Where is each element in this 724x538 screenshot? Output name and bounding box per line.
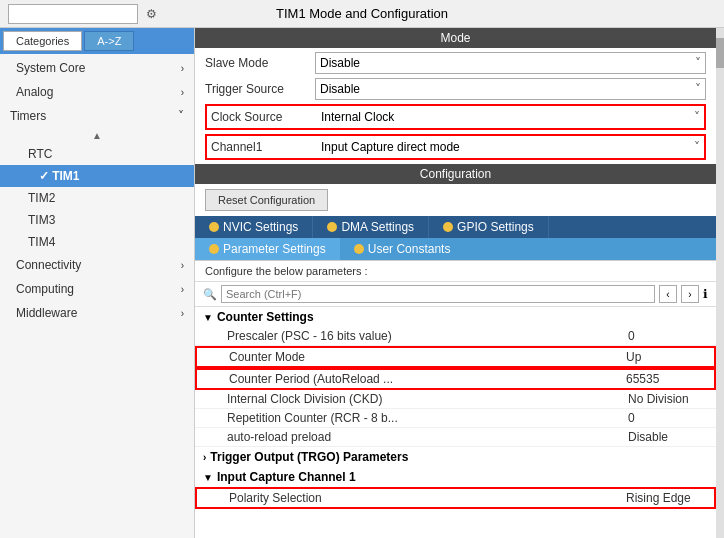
dot-icon — [209, 222, 219, 232]
trigger-output-header[interactable]: › Trigger Output (TRGO) Parameters — [195, 447, 716, 467]
sidebar-sub-item-tim1[interactable]: ✓ TIM1 — [0, 165, 194, 187]
clock-source-label: Clock Source — [207, 108, 317, 126]
mode-form-area: Slave Mode Disable ˅ Trigger Source Disa… — [195, 48, 716, 164]
expand-icon: › — [203, 452, 206, 463]
sidebar-item-connectivity[interactable]: Connectivity › — [0, 253, 194, 277]
chevron-right-icon: › — [181, 87, 184, 98]
sidebar-item-middleware[interactable]: Middleware › — [0, 301, 194, 325]
sidebar: Categories A->Z System Core › Analog › T… — [0, 28, 195, 538]
tab-user-constants[interactable]: User Constants — [340, 238, 465, 260]
channel1-row: Channel1 Input Capture direct mode ˅ — [205, 134, 706, 160]
collapse-icon: ▼ — [203, 312, 213, 323]
tabs-bar-1: NVIC Settings DMA Settings GPIO Settings — [195, 216, 716, 238]
sidebar-tabs: Categories A->Z — [0, 28, 194, 54]
input-capture-header[interactable]: ▼ Input Capture Channel 1 — [195, 467, 716, 487]
sidebar-item-computing[interactable]: Computing › — [0, 277, 194, 301]
polarity-selection-row: Polarity Selection Rising Edge — [195, 487, 716, 509]
table-row: Internal Clock Division (CKD) No Divisio… — [195, 390, 716, 409]
dot-icon — [209, 244, 219, 254]
top-bar: ⚙ TIM1 Mode and Configuration — [0, 0, 724, 28]
prev-result-button[interactable]: ‹ — [659, 285, 677, 303]
chevron-right-icon: › — [181, 260, 184, 271]
collapse-icon: ▼ — [203, 472, 213, 483]
chevron-down-icon: ˅ — [178, 109, 184, 123]
dropdown-arrow-icon: ˅ — [695, 82, 701, 96]
params-search-bar: 🔍 ‹ › ℹ — [195, 282, 716, 307]
search-icon: 🔍 — [203, 288, 217, 301]
scroll-up-btn[interactable]: ▲ — [0, 128, 194, 143]
dot-icon — [443, 222, 453, 232]
chevron-right-icon: › — [181, 284, 184, 295]
clock-source-row: Clock Source Internal Clock ˅ — [205, 104, 706, 130]
input-capture-group: ▼ Input Capture Channel 1 Polarity Selec… — [195, 467, 716, 509]
counter-period-row: Counter Period (AutoReload ... 65535 — [195, 368, 716, 390]
sidebar-item-timers[interactable]: Timers ˅ — [0, 104, 194, 128]
dot-icon — [327, 222, 337, 232]
counter-settings-group: ▼ Counter Settings Prescaler (PSC - 16 b… — [195, 307, 716, 447]
gear-icon[interactable]: ⚙ — [142, 5, 160, 23]
trigger-source-select[interactable]: Disable ˅ — [315, 78, 706, 100]
dropdown-arrow-icon: ˅ — [694, 140, 700, 154]
sidebar-sub-item-tim4[interactable]: TIM4 — [0, 231, 194, 253]
sidebar-item-analog[interactable]: Analog › — [0, 80, 194, 104]
chevron-right-icon: › — [181, 63, 184, 74]
table-row: auto-reload preload Disable — [195, 428, 716, 447]
tab-gpio-settings[interactable]: GPIO Settings — [429, 216, 549, 238]
clock-source-select[interactable]: Internal Clock ˅ — [317, 106, 704, 128]
sidebar-sub-item-tim2[interactable]: TIM2 — [0, 187, 194, 209]
search-input[interactable] — [8, 4, 138, 24]
chevron-right-icon: › — [181, 308, 184, 319]
dropdown-arrow-icon: ˅ — [695, 56, 701, 70]
counter-settings-header[interactable]: ▼ Counter Settings — [195, 307, 716, 327]
slave-mode-row: Slave Mode Disable ˅ — [205, 52, 706, 74]
config-section-header: Configuration — [195, 164, 716, 184]
info-button[interactable]: ℹ — [703, 287, 708, 301]
reset-bar: Reset Configuration — [195, 184, 716, 216]
sidebar-sub-item-tim3[interactable]: TIM3 — [0, 209, 194, 231]
tab-parameter-settings[interactable]: Parameter Settings — [195, 238, 340, 260]
next-result-button[interactable]: › — [681, 285, 699, 303]
main-layout: Categories A->Z System Core › Analog › T… — [0, 28, 724, 538]
scrollbar-thumb[interactable] — [716, 38, 724, 68]
params-header: Configure the below parameters : — [195, 261, 716, 282]
sidebar-sub-item-rtc[interactable]: RTC — [0, 143, 194, 165]
search-area: ⚙ — [8, 4, 160, 24]
scrollbar[interactable] — [716, 28, 724, 538]
slave-mode-select[interactable]: Disable ˅ — [315, 52, 706, 74]
slave-mode-label: Slave Mode — [205, 56, 315, 70]
sidebar-list: System Core › Analog › Timers ˅ ▲ RTC ✓ … — [0, 54, 194, 538]
dot-icon — [354, 244, 364, 254]
channel1-label: Channel1 — [207, 138, 317, 156]
channel1-select[interactable]: Input Capture direct mode ˅ — [317, 136, 704, 158]
mode-section-header: Mode — [195, 28, 716, 48]
tab-az[interactable]: A->Z — [84, 31, 134, 51]
dropdown-arrow-icon: ˅ — [694, 110, 700, 124]
page-title: TIM1 Mode and Configuration — [276, 6, 448, 21]
counter-mode-row: Counter Mode Up — [195, 346, 716, 368]
tab-categories[interactable]: Categories — [3, 31, 82, 51]
tab-dma-settings[interactable]: DMA Settings — [313, 216, 429, 238]
tabs-bar-2: Parameter Settings User Constants — [195, 238, 716, 260]
trigger-output-group: › Trigger Output (TRGO) Parameters — [195, 447, 716, 467]
content-area: Mode Slave Mode Disable ˅ Trigger Source… — [195, 28, 716, 538]
params-panel: Configure the below parameters : 🔍 ‹ › ℹ… — [195, 260, 716, 538]
tab-nvic-settings[interactable]: NVIC Settings — [195, 216, 313, 238]
trigger-source-label: Trigger Source — [205, 82, 315, 96]
table-row: Prescaler (PSC - 16 bits value) 0 — [195, 327, 716, 346]
params-search-input[interactable] — [221, 285, 655, 303]
reset-config-button[interactable]: Reset Configuration — [205, 189, 328, 211]
trigger-source-row: Trigger Source Disable ˅ — [205, 78, 706, 100]
table-row: Repetition Counter (RCR - 8 b... 0 — [195, 409, 716, 428]
sidebar-item-system-core[interactable]: System Core › — [0, 56, 194, 80]
